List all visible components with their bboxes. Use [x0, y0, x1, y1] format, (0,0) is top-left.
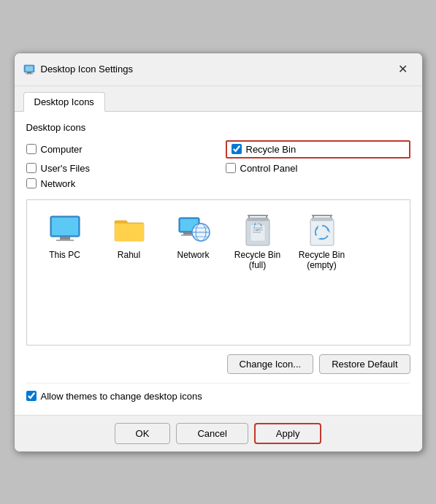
icon-recycle-empty[interactable]: Recycle Bin (empty)	[293, 209, 351, 273]
dialog-title: Desktop Icon Settings	[41, 64, 387, 75]
recycle-full-icon	[240, 212, 275, 247]
dialog-icon	[23, 64, 35, 75]
content-area: Desktop icons Computer Recycle Bin User'…	[15, 112, 422, 415]
svg-rect-1	[26, 66, 33, 71]
allow-themes-checkbox[interactable]	[26, 391, 37, 401]
bottom-bar: OK Cancel Apply	[15, 415, 422, 451]
this-pc-label: This PC	[49, 250, 80, 260]
tabs-bar: Desktop Icons	[15, 86, 422, 112]
change-icon-button[interactable]: Change Icon...	[227, 354, 314, 374]
svg-rect-27	[312, 218, 332, 221]
computer-label[interactable]: Computer	[41, 144, 83, 155]
this-pc-icon	[47, 212, 83, 247]
svg-rect-22	[250, 225, 265, 241]
checkbox-users-files: User's Files	[26, 163, 211, 174]
close-button[interactable]: ✕	[393, 59, 413, 80]
checkbox-recycle-bin: Recycle Bin	[226, 140, 410, 159]
icons-box: This PC Rahul	[26, 199, 410, 345]
cancel-button[interactable]: Cancel	[176, 423, 248, 444]
restore-default-button[interactable]: Restore Default	[319, 354, 410, 374]
svg-rect-7	[56, 240, 74, 241]
network-label[interactable]: Network	[41, 178, 76, 189]
title-bar: Desktop Icon Settings ✕	[15, 53, 422, 86]
icons-grid: This PC Rahul	[36, 209, 401, 273]
rahul-icon	[112, 212, 147, 247]
icon-rahul[interactable]: Rahul	[100, 209, 158, 273]
recycle-empty-label: Recycle Bin (empty)	[299, 250, 345, 270]
ok-button[interactable]: OK	[115, 423, 171, 444]
computer-checkbox[interactable]	[26, 144, 37, 154]
rahul-label: Rahul	[118, 250, 140, 260]
svg-rect-2	[27, 72, 31, 74]
section-label: Desktop icons	[26, 122, 410, 133]
network-icon	[176, 212, 211, 247]
svg-rect-6	[60, 237, 70, 240]
checkbox-computer: Computer	[26, 140, 211, 159]
icon-network[interactable]: Network	[164, 209, 223, 273]
apply-button[interactable]: Apply	[254, 423, 322, 444]
svg-rect-3	[26, 73, 33, 74]
recycle-empty-icon	[305, 212, 340, 247]
icon-recycle-full[interactable]: Recycle Bin (full)	[229, 209, 287, 273]
network-checkbox[interactable]	[26, 178, 37, 188]
recycle-bin-label[interactable]: Recycle Bin	[246, 144, 297, 155]
checkbox-control-panel: Control Panel	[226, 163, 410, 174]
network-label: Network	[177, 250, 209, 260]
users-files-checkbox[interactable]	[26, 163, 37, 173]
svg-rect-10	[183, 232, 192, 234]
control-panel-checkbox[interactable]	[226, 163, 236, 173]
icon-action-buttons: Change Icon... Restore Default	[26, 354, 410, 374]
allow-themes-label[interactable]: Allow themes to change desktop icons	[41, 391, 202, 402]
checkboxes-grid: Computer Recycle Bin User's Files Contro…	[26, 140, 410, 189]
checkbox-network: Network	[26, 178, 211, 189]
allow-themes-row: Allow themes to change desktop icons	[26, 383, 410, 406]
icon-this-pc[interactable]: This PC	[36, 209, 94, 273]
recycle-bin-checkbox[interactable]	[232, 144, 242, 154]
svg-rect-18	[248, 218, 268, 221]
svg-rect-26	[310, 219, 334, 245]
recycle-full-label: Recycle Bin (full)	[234, 250, 280, 270]
control-panel-label[interactable]: Control Panel	[240, 163, 298, 174]
dialog: Desktop Icon Settings ✕ Desktop Icons De…	[14, 53, 423, 452]
svg-rect-5	[52, 218, 78, 235]
users-files-label[interactable]: User's Files	[41, 163, 91, 174]
tab-desktop-icons[interactable]: Desktop Icons	[23, 92, 105, 112]
